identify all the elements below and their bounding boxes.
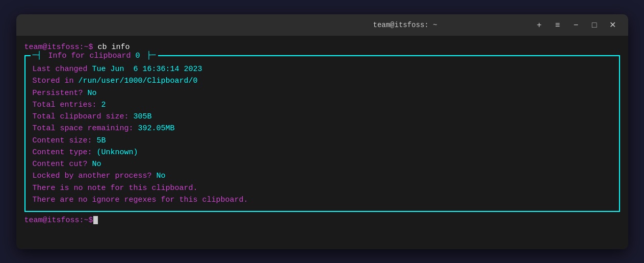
info-lines: Last changed Tue Jun 6 16:36:14 2023 Sto… xyxy=(33,63,612,206)
info-line-9: Content cut? No xyxy=(33,158,612,170)
maximize-button[interactable]: □ xyxy=(587,18,602,32)
header-bracket-right: ├─ xyxy=(147,50,156,62)
header-bracket-left: ─┤ xyxy=(33,50,42,62)
info-line-7: Content size: 5B xyxy=(33,135,612,147)
info-box-header: ─┤ Info for clipboard 0 ├─ xyxy=(31,50,158,62)
prompt-2: team@itsfoss:~$ xyxy=(24,216,93,225)
info-line-11: There is no note for this clipboard. xyxy=(33,182,612,194)
command-line-2: team@itsfoss:~$ xyxy=(24,215,620,227)
new-tab-button[interactable]: + xyxy=(532,18,547,32)
info-line-6: Total space remaining: 392.05MB xyxy=(33,123,612,134)
info-line-12: There are no ignore regexes for this cli… xyxy=(33,194,612,206)
info-line-10: Locked by another process? No xyxy=(33,170,612,182)
close-button[interactable]: ✕ xyxy=(606,18,620,32)
cursor xyxy=(93,216,98,224)
terminal-body[interactable]: team@itsfoss:~$ cb info ─┤ Info for clip… xyxy=(16,36,628,249)
window-controls: + ≡ − □ ✕ xyxy=(532,18,620,32)
info-line-2: Stored in /run/user/1000/Clipboard/0 xyxy=(33,75,612,87)
window-title: team@itsfoss: ~ xyxy=(278,21,532,29)
info-line-5: Total clipboard size: 305B xyxy=(33,111,612,123)
terminal-window: team@itsfoss: ~ + ≡ − □ ✕ team@itsfoss:~… xyxy=(16,14,628,249)
info-header-text: Info for clipboard 0 xyxy=(44,50,145,62)
minimize-button[interactable]: − xyxy=(569,18,583,32)
info-line-4: Total entries: 2 xyxy=(33,99,612,111)
info-line-3: Persistent? No xyxy=(33,87,612,99)
info-box: ─┤ Info for clipboard 0 ├─ Last changed … xyxy=(24,55,620,212)
info-line-8: Content type: (Unknown) xyxy=(33,147,612,158)
menu-button[interactable]: ≡ xyxy=(551,18,565,32)
info-line-1: Last changed Tue Jun 6 16:36:14 2023 xyxy=(33,63,612,75)
titlebar: team@itsfoss: ~ + ≡ − □ ✕ xyxy=(16,14,628,36)
